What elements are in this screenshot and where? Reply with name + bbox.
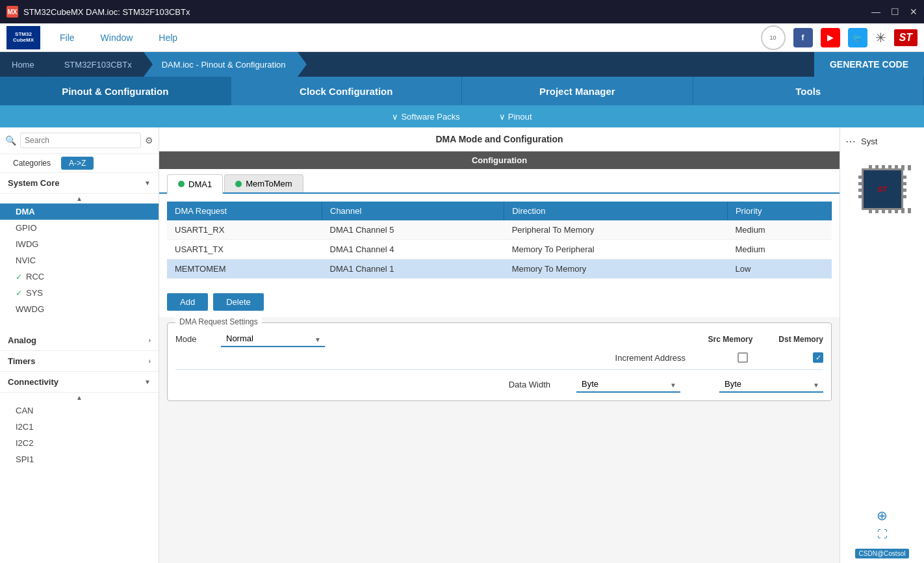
data-width-label: Data Width bbox=[509, 380, 550, 389]
sidebar-item-rcc[interactable]: ✓ RCC bbox=[0, 268, 159, 285]
add-button[interactable]: Add bbox=[167, 293, 208, 311]
cell-request-1: USART1_TX bbox=[167, 240, 322, 259]
search-icon: 🔍 bbox=[5, 135, 16, 146]
dst-memory-label: Dst Memory bbox=[778, 335, 823, 344]
tab-project[interactable]: Project Manager bbox=[462, 77, 693, 105]
sidebar-tab-row: Categories A->Z bbox=[0, 154, 159, 173]
connectivity-header[interactable]: Connectivity ▼ bbox=[0, 372, 159, 393]
generate-code-button[interactable]: GENERATE CODE bbox=[814, 52, 924, 77]
expand-button[interactable]: ⛶ bbox=[877, 529, 888, 540]
rcc-check-icon: ✓ bbox=[16, 272, 22, 282]
sidebar-item-i2c1[interactable]: I2C1 bbox=[0, 419, 159, 435]
cell-request-2: MEMTOMEM bbox=[167, 259, 322, 279]
nav-breadcrumb[interactable]: DAM.ioc - Pinout & Configuration bbox=[144, 52, 298, 77]
youtube-icon[interactable]: ▶ bbox=[821, 28, 840, 47]
sidebar-item-dma[interactable]: DMA bbox=[0, 203, 159, 220]
app-icon: MX bbox=[6, 6, 18, 18]
dma-request-settings: DMA Request Settings Mode Normal Circula… bbox=[167, 322, 832, 401]
dst-width-wrapper: Byte Half Word Word bbox=[719, 376, 823, 393]
chevron-icon: ▼ bbox=[144, 179, 151, 187]
src-width-select[interactable]: Byte Half Word Word bbox=[576, 376, 680, 393]
col-channel: Channel bbox=[322, 202, 504, 220]
src-memory-group: Src Memory bbox=[708, 335, 753, 344]
tab-clock[interactable]: Clock Configuration bbox=[231, 77, 463, 105]
network-icon[interactable]: ✳ bbox=[875, 30, 886, 46]
sidebar-item-i2c2[interactable]: I2C2 bbox=[0, 435, 159, 451]
dma-tabs: DMA1 MemToMem bbox=[159, 169, 840, 194]
timers-header[interactable]: Timers › bbox=[0, 351, 159, 372]
memtomem-status-dot bbox=[235, 181, 242, 187]
mode-row: Mode Normal Circular Src Memory Dst Memo… bbox=[175, 331, 823, 347]
mode-select[interactable]: Normal Circular bbox=[221, 331, 325, 347]
mode-select-wrapper: Normal Circular bbox=[221, 331, 325, 347]
col-direction: Direction bbox=[504, 202, 728, 220]
table-row[interactable]: MEMTOMEM DMA1 Channel 1 Memory To Memory… bbox=[167, 259, 832, 279]
nav-bar: Home STM32F103CBTx DAM.ioc - Pinout & Co… bbox=[0, 52, 924, 77]
scroll-up-indicator: ▲ bbox=[0, 194, 159, 203]
sidebar-item-spi1[interactable]: SPI1 bbox=[0, 451, 159, 467]
maximize-button[interactable]: ☐ bbox=[891, 7, 899, 17]
sidebar: 🔍 ⚙ Categories A->Z System Core ▼ ▲ DMA … bbox=[0, 127, 159, 563]
syst-label: Syst bbox=[861, 137, 877, 146]
src-increment-checkbox[interactable] bbox=[738, 352, 748, 363]
search-input[interactable] bbox=[20, 133, 141, 148]
sidebar-item-iwdg[interactable]: IWDG bbox=[0, 236, 159, 252]
col-dma-request: DMA Request bbox=[167, 202, 322, 220]
cell-channel-1: DMA1 Channel 4 bbox=[322, 240, 504, 259]
twitter-icon[interactable]: 🐦 bbox=[848, 28, 867, 47]
sub-tab-pinout[interactable]: ∨ Pinout bbox=[499, 112, 532, 122]
tab-az[interactable]: A->Z bbox=[61, 157, 94, 170]
mode-label: Mode bbox=[175, 334, 208, 344]
src-width-wrapper: Byte Half Word Word bbox=[576, 376, 680, 393]
zoom-in-button[interactable]: ⊕ bbox=[877, 508, 888, 523]
datawidth-row: Data Width Byte Half Word Word Byte Half… bbox=[175, 376, 823, 393]
cell-priority-0: Medium bbox=[727, 220, 831, 240]
table-row[interactable]: USART1_TX DMA1 Channel 4 Memory To Perip… bbox=[167, 240, 832, 259]
sidebar-item-sys[interactable]: ✓ SYS bbox=[0, 285, 159, 301]
sys-check-icon: ✓ bbox=[16, 289, 22, 298]
cell-request-0: USART1_RX bbox=[167, 220, 322, 240]
dma1-tab[interactable]: DMA1 bbox=[167, 174, 223, 194]
gear-icon[interactable]: ⚙ bbox=[145, 135, 153, 146]
file-menu[interactable]: File bbox=[60, 33, 75, 43]
minimize-button[interactable]: — bbox=[871, 7, 880, 17]
delete-button[interactable]: Delete bbox=[213, 293, 264, 311]
facebook-icon[interactable]: f bbox=[793, 28, 813, 47]
config-section: Configuration bbox=[159, 151, 840, 169]
menu-bar: STM32 CubeMX File Window Help 10 f ▶ 🐦 ✳… bbox=[0, 23, 924, 52]
tab-pinout[interactable]: Pinout & Configuration bbox=[0, 77, 231, 105]
help-menu[interactable]: Help bbox=[159, 33, 177, 43]
close-button[interactable]: ✕ bbox=[910, 7, 918, 17]
bottom-badge: CSDN@Costsol bbox=[855, 549, 910, 558]
panel-title: DMA Mode and Configuration bbox=[159, 127, 840, 151]
anniversary-icon: 10 bbox=[761, 25, 786, 50]
tab-categories[interactable]: Categories bbox=[5, 157, 58, 170]
cell-priority-2: Low bbox=[727, 259, 831, 279]
main-panel: DMA Mode and Configuration Configuration… bbox=[159, 127, 840, 563]
logo: STM32 CubeMX bbox=[6, 26, 40, 49]
dst-increment-checkbox[interactable]: ✓ bbox=[813, 352, 823, 363]
main-tabs: Pinout & Configuration Clock Configurati… bbox=[0, 77, 924, 105]
cell-channel-2: DMA1 Channel 1 bbox=[322, 259, 504, 279]
dots-icon[interactable]: ⋯ bbox=[845, 135, 856, 148]
analog-header[interactable]: Analog › bbox=[0, 330, 159, 351]
nav-chip[interactable]: STM32F103CBTx bbox=[46, 52, 144, 77]
window-menu[interactable]: Window bbox=[101, 33, 133, 43]
memtomem-tab[interactable]: MemToMem bbox=[224, 174, 303, 192]
window-title: STM32CubeMX DAM.ioc: STM32F103CBTx bbox=[23, 7, 190, 17]
timers-chevron-icon: › bbox=[149, 358, 151, 365]
dst-width-select[interactable]: Byte Half Word Word bbox=[719, 376, 823, 393]
dma1-status-dot bbox=[178, 181, 185, 187]
connectivity-chevron-icon: ▼ bbox=[144, 378, 151, 386]
sidebar-item-wwdg[interactable]: WWDG bbox=[0, 301, 159, 317]
sidebar-item-can[interactable]: CAN bbox=[0, 402, 159, 419]
tab-tools[interactable]: Tools bbox=[693, 77, 925, 105]
table-row[interactable]: USART1_RX DMA1 Channel 5 Peripheral To M… bbox=[167, 220, 832, 240]
system-core-header[interactable]: System Core ▼ bbox=[0, 173, 159, 194]
sidebar-item-gpio[interactable]: GPIO bbox=[0, 220, 159, 236]
cell-direction-2: Memory To Memory bbox=[504, 259, 728, 279]
sub-tab-software-packs[interactable]: ∨ Software Packs bbox=[392, 112, 459, 122]
dma-table-wrapper: DMA Request Channel Direction Priority U… bbox=[159, 194, 840, 287]
nav-home[interactable]: Home bbox=[0, 52, 46, 77]
sidebar-item-nvic[interactable]: NVIC bbox=[0, 252, 159, 268]
